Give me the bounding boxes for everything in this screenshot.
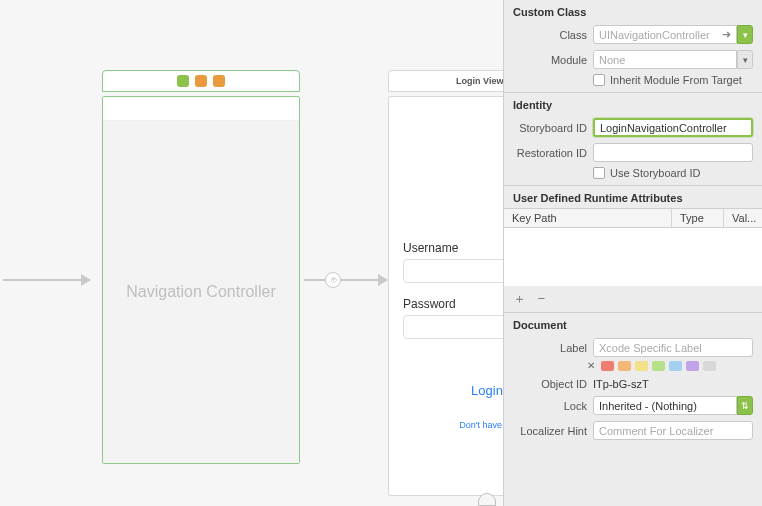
- udra-header: User Defined Runtime Attributes: [504, 185, 762, 208]
- root-segue-arrow[interactable]: [304, 279, 386, 281]
- nav-controller-label: Navigation Controller: [103, 121, 299, 463]
- module-dropdown-icon[interactable]: ▾: [737, 50, 753, 69]
- use-storyboard-id-row: Use Storyboard ID: [504, 165, 762, 185]
- lock-row: Lock Inherited - (Nothing) ⇅: [504, 393, 762, 418]
- initial-arrow: [3, 279, 89, 281]
- doc-label-row: Label Xcode Specific Label: [504, 335, 762, 360]
- class-row: Class UINavigationController ➜ ▾: [504, 22, 762, 47]
- localizer-input[interactable]: Comment For Localizer: [593, 421, 753, 440]
- first-responder-icon: [195, 75, 207, 87]
- custom-class-header: Custom Class: [504, 0, 762, 22]
- swatch-green[interactable]: [652, 361, 665, 371]
- module-row: Module None ▾: [504, 47, 762, 72]
- storyboard-id-row: Storyboard ID LoginNavigationController: [504, 115, 762, 140]
- clear-color-icon[interactable]: ✕: [587, 360, 595, 371]
- doc-label-label: Label: [513, 342, 587, 354]
- class-dropdown-icon[interactable]: ▾: [737, 25, 753, 44]
- doc-label-input[interactable]: Xcode Specific Label: [593, 338, 753, 357]
- nav-bar-placeholder: [103, 97, 299, 121]
- nav-scene-header[interactable]: [102, 70, 300, 92]
- swatch-yellow[interactable]: [635, 361, 648, 371]
- localizer-row: Localizer Hint Comment For Localizer: [504, 418, 762, 443]
- udra-table[interactable]: [504, 228, 762, 286]
- lock-label: Lock: [513, 400, 587, 412]
- exit-icon: [213, 75, 225, 87]
- restoration-id-row: Restoration ID: [504, 140, 762, 165]
- swatch-orange[interactable]: [618, 361, 631, 371]
- restoration-id-label: Restoration ID: [513, 147, 587, 159]
- identity-inspector-panel: Custom Class Class UINavigationControlle…: [503, 0, 762, 506]
- swatch-blue[interactable]: [669, 361, 682, 371]
- storyboard-id-label: Storyboard ID: [513, 122, 587, 134]
- udra-col-value: Val...: [724, 209, 762, 227]
- object-id-value: ITp-bG-szT: [593, 378, 649, 390]
- use-storyboard-id-label: Use Storyboard ID: [610, 167, 700, 179]
- object-id-label: Object ID: [513, 378, 587, 390]
- udra-add-remove[interactable]: ＋ −: [504, 286, 762, 313]
- inherit-module-row: Inherit Module From Target: [504, 72, 762, 92]
- swatch-red[interactable]: [601, 361, 614, 371]
- segue-icon[interactable]: [325, 272, 341, 288]
- restoration-id-input[interactable]: [593, 143, 753, 162]
- inherit-module-checkbox[interactable]: [593, 74, 605, 86]
- lock-select[interactable]: Inherited - (Nothing): [593, 396, 737, 415]
- localizer-label: Localizer Hint: [513, 425, 587, 437]
- navigation-controller-scene[interactable]: Navigation Controller: [102, 96, 300, 464]
- scene-icon: [177, 75, 189, 87]
- inherit-module-label: Inherit Module From Target: [610, 74, 742, 86]
- dock-icon[interactable]: [478, 493, 496, 506]
- swatch-purple[interactable]: [686, 361, 699, 371]
- object-id-row: Object ID ITp-bG-szT: [504, 375, 762, 393]
- use-storyboard-id-checkbox[interactable]: [593, 167, 605, 179]
- udra-col-keypath: Key Path: [504, 209, 672, 227]
- module-input[interactable]: None: [593, 50, 737, 69]
- udra-col-type: Type: [672, 209, 724, 227]
- jump-to-class-icon[interactable]: ➜: [719, 25, 733, 44]
- class-input[interactable]: UINavigationController: [593, 25, 737, 44]
- label-color-swatches: ✕: [504, 360, 762, 375]
- module-label: Module: [513, 54, 587, 66]
- storyboard-id-input[interactable]: LoginNavigationController: [593, 118, 753, 137]
- udra-columns: Key Path Type Val...: [504, 208, 762, 228]
- document-header: Document: [504, 313, 762, 335]
- class-label: Class: [513, 29, 587, 41]
- swatch-gray[interactable]: [703, 361, 716, 371]
- lock-dropdown-icon[interactable]: ⇅: [737, 396, 753, 415]
- identity-header: Identity: [504, 92, 762, 115]
